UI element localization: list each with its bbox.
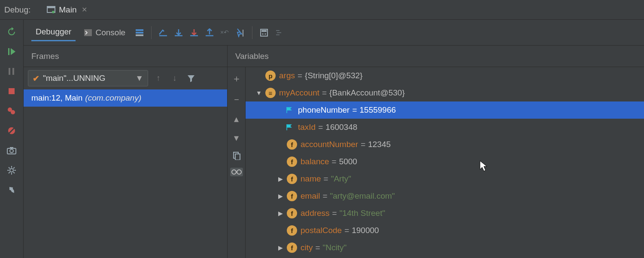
settings-icon[interactable] <box>6 165 17 175</box>
pin-flag-icon <box>285 107 294 114</box>
debug-label: Debug: <box>4 5 30 15</box>
debugger-tab[interactable]: Debugger <box>31 27 76 41</box>
svg-point-13 <box>10 149 13 153</box>
frame-prev-icon[interactable]: ↑ <box>152 74 164 83</box>
expand-arrow-icon[interactable]: ▼ <box>254 89 264 96</box>
variable-row[interactable]: fpostalCode = 190000 <box>246 222 644 239</box>
var-value: {BankAccount@530} <box>329 88 405 98</box>
equals: = <box>332 209 337 218</box>
variable-row[interactable]: fbalance = 5000 <box>246 153 644 170</box>
copy-icon[interactable] <box>233 151 240 160</box>
run-to-cursor-icon[interactable] <box>235 27 246 38</box>
type-badge: p <box>265 71 276 81</box>
show-execution-icon[interactable] <box>158 27 169 38</box>
variable-row[interactable]: ▶faddress = "14th Street" <box>246 205 644 222</box>
svg-rect-44 <box>235 154 240 160</box>
remove-watch-icon[interactable]: － <box>232 93 241 106</box>
trace-icon[interactable] <box>274 27 285 38</box>
layout-icon <box>47 6 55 14</box>
svg-line-22 <box>13 167 15 169</box>
mute-breakpoints-icon[interactable] <box>6 126 17 136</box>
variables-title: Variables <box>228 46 644 67</box>
var-value: 5000 <box>339 157 357 166</box>
pause-icon[interactable] <box>6 66 17 77</box>
console-icon <box>84 29 92 36</box>
var-name: phoneNumber <box>298 105 349 115</box>
console-tab[interactable]: Console <box>80 28 130 41</box>
type-badge: f <box>287 208 297 218</box>
var-name: args <box>279 71 295 80</box>
svg-rect-1 <box>47 6 55 8</box>
variable-row[interactable]: pargs = {String[0]@532} <box>246 67 644 84</box>
svg-point-14 <box>10 169 13 172</box>
expand-arrow-icon[interactable]: ▶ <box>276 175 285 182</box>
frame-next-icon[interactable]: ↓ <box>169 74 181 83</box>
type-badge: f <box>287 243 297 253</box>
var-name: postalCode <box>301 226 342 235</box>
threads-icon[interactable] <box>134 27 145 38</box>
step-out-icon[interactable] <box>204 27 215 38</box>
svg-rect-5 <box>12 68 14 75</box>
check-icon: ✔ <box>33 74 39 83</box>
svg-text:×↶: ×↶ <box>220 29 229 36</box>
type-badge: f <box>287 157 297 167</box>
rerun-icon[interactable] <box>6 27 17 37</box>
chevron-down-icon: ▼ <box>135 74 143 83</box>
filter-icon[interactable] <box>185 74 197 82</box>
step-into-icon[interactable] <box>188 27 200 38</box>
step-over-icon[interactable] <box>173 27 184 38</box>
svg-point-45 <box>232 170 236 174</box>
frames-panel: Frames ✔ "main"...UNNING ▼ ↑ ↓ main:12, … <box>24 46 228 258</box>
show-watches-icon[interactable] <box>230 168 243 176</box>
equals: = <box>322 191 327 201</box>
variables-tree[interactable]: pargs = {String[0]@532}▼≡myAccount = {Ba… <box>246 67 644 258</box>
var-value: "14th Street" <box>340 209 385 218</box>
svg-point-2 <box>52 11 55 13</box>
left-toolbar <box>0 20 24 258</box>
stop-icon[interactable] <box>6 86 17 96</box>
expand-arrow-icon[interactable]: ▶ <box>276 210 285 217</box>
variable-row[interactable]: phoneNumber = 15559966 <box>246 101 644 119</box>
variables-toolbar: ＋ － ▴ ▾ <box>228 67 246 258</box>
svg-point-8 <box>11 110 15 114</box>
expand-arrow-icon[interactable]: ▶ <box>276 244 285 251</box>
variable-row[interactable]: ▶femail = "arty@email.com" <box>246 187 644 205</box>
equals: = <box>316 243 320 252</box>
move-down-icon[interactable]: ▾ <box>234 132 239 144</box>
resume-icon[interactable] <box>6 46 17 57</box>
expand-arrow-icon[interactable]: ▶ <box>276 193 285 200</box>
svg-line-21 <box>9 172 10 173</box>
camera-icon[interactable] <box>6 145 17 156</box>
equals: = <box>322 88 327 98</box>
add-watch-icon[interactable]: ＋ <box>232 72 241 85</box>
close-tab-icon[interactable]: ✕ <box>82 6 87 14</box>
var-name: name <box>301 174 321 184</box>
frames-title: Frames <box>24 46 227 67</box>
variable-row[interactable]: faccountNumber = 12345 <box>246 136 644 153</box>
svg-rect-3 <box>8 48 9 55</box>
move-up-icon[interactable]: ▴ <box>234 114 239 125</box>
var-name: taxId <box>298 123 316 132</box>
type-badge: ≡ <box>265 88 276 98</box>
variable-row[interactable]: ▶fcity = "Ncity" <box>246 239 644 256</box>
svg-rect-4 <box>9 68 10 75</box>
svg-line-19 <box>9 167 10 169</box>
equals: = <box>361 140 365 149</box>
svg-rect-12 <box>10 147 13 149</box>
drop-frame-icon[interactable]: ×↶ <box>219 27 231 38</box>
view-breakpoints-icon[interactable] <box>6 106 17 116</box>
svg-rect-37 <box>261 30 267 32</box>
thread-selector[interactable]: ✔ "main"...UNNING ▼ <box>28 70 148 86</box>
var-value: {String[0]@532} <box>305 71 362 80</box>
variable-row[interactable]: ▶fname = "Arty" <box>246 170 644 187</box>
variable-row[interactable]: ▼≡myAccount = {BankAccount@530} <box>246 84 644 101</box>
variable-row[interactable]: taxId = 1600348 <box>246 119 644 136</box>
debug-toolbar: Debugger Console ×↶ <box>24 20 644 46</box>
var-value: "Ncity" <box>323 243 347 252</box>
var-value: 12345 <box>368 140 391 149</box>
run-config-tab[interactable]: Main ✕ <box>43 0 91 19</box>
evaluate-icon[interactable] <box>258 27 270 38</box>
pin-icon[interactable] <box>6 185 17 195</box>
stack-frame[interactable]: main:12, Main (com.company) <box>24 89 227 107</box>
var-value: 1600348 <box>325 123 357 132</box>
